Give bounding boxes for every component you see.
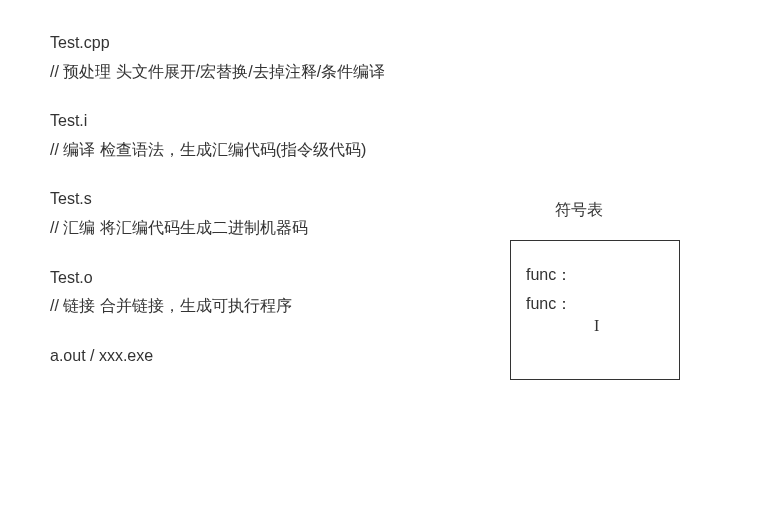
filename-s: Test.s [50, 186, 760, 212]
text-cursor-icon: I [594, 317, 599, 335]
comment-assemble: // 汇编 将汇编代码生成二进制机器码 [50, 215, 760, 241]
symbol-table-box: func： func： [510, 240, 680, 380]
symbol-line-1: func： [526, 261, 664, 290]
symbol-table-label: 符号表 [555, 200, 603, 221]
comment-preprocess: // 预处理 头文件展开/宏替换/去掉注释/条件编译 [50, 59, 760, 85]
block-compile: Test.i // 编译 检查语法，生成汇编代码(指令级代码) [50, 108, 760, 162]
comment-compile: // 编译 检查语法，生成汇编代码(指令级代码) [50, 137, 760, 163]
block-assemble: Test.s // 汇编 将汇编代码生成二进制机器码 [50, 186, 760, 240]
filename-cpp: Test.cpp [50, 30, 760, 56]
block-preprocess: Test.cpp // 预处理 头文件展开/宏替换/去掉注释/条件编译 [50, 30, 760, 84]
symbol-line-2: func： [526, 290, 664, 319]
filename-i: Test.i [50, 108, 760, 134]
